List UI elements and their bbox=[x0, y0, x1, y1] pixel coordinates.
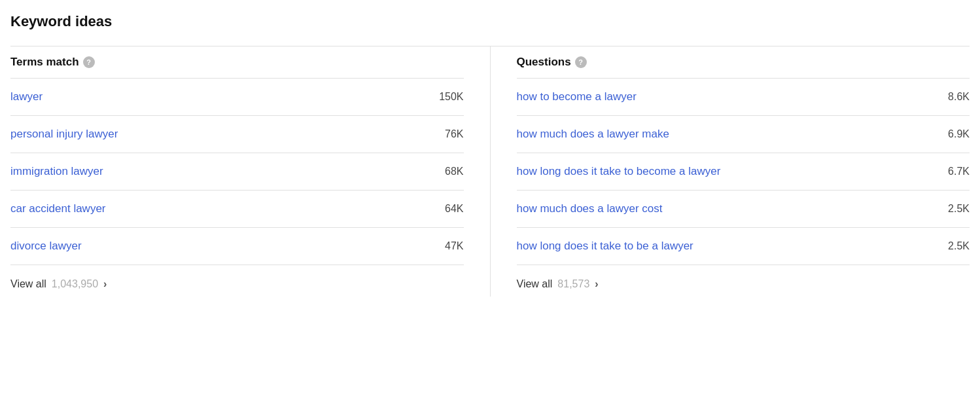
keyword-link[interactable]: how long does it take to be a lawyer bbox=[517, 240, 693, 253]
keyword-link[interactable]: car accident lawyer bbox=[10, 202, 106, 215]
keyword-volume: 64K bbox=[425, 203, 464, 215]
keyword-volume: 6.7K bbox=[930, 166, 970, 177]
terms-match-list: lawyer 150K personal injury lawyer 76K i… bbox=[10, 79, 464, 265]
questions-header: Questions ? bbox=[517, 46, 970, 79]
keyword-link[interactable]: divorce lawyer bbox=[10, 240, 82, 253]
questions-column: Questions ? how to become a lawyer 8.6K … bbox=[490, 46, 970, 297]
terms-match-view-all-label[interactable]: View all bbox=[10, 278, 46, 290]
terms-match-header: Terms match ? bbox=[10, 46, 464, 79]
keyword-link[interactable]: how much does a lawyer make bbox=[517, 128, 669, 141]
keyword-volume: 150K bbox=[425, 91, 464, 103]
keyword-volume: 2.5K bbox=[930, 203, 970, 215]
table-row: how much does a lawyer make 6.9K bbox=[517, 116, 970, 153]
table-row: immigration lawyer 68K bbox=[10, 153, 464, 191]
terms-match-column: Terms match ? lawyer 150K personal injur… bbox=[10, 46, 490, 297]
keyword-volume: 47K bbox=[425, 240, 464, 252]
keyword-volume: 8.6K bbox=[930, 91, 970, 103]
keyword-volume: 6.9K bbox=[930, 128, 970, 140]
keyword-volume: 68K bbox=[425, 166, 464, 177]
questions-view-all-label[interactable]: View all bbox=[517, 278, 553, 290]
keyword-link[interactable]: personal injury lawyer bbox=[10, 128, 118, 141]
columns-container: Terms match ? lawyer 150K personal injur… bbox=[10, 46, 970, 297]
table-row: how to become a lawyer 8.6K bbox=[517, 79, 970, 116]
terms-match-help-icon[interactable]: ? bbox=[83, 56, 95, 68]
questions-view-all-count: 81,573 bbox=[557, 278, 589, 290]
keyword-link[interactable]: how much does a lawyer cost bbox=[517, 202, 663, 215]
page-title: Keyword ideas bbox=[10, 13, 970, 30]
questions-title: Questions bbox=[517, 56, 571, 69]
table-row: divorce lawyer 47K bbox=[10, 228, 464, 265]
table-row: lawyer 150K bbox=[10, 79, 464, 116]
table-row: how much does a lawyer cost 2.5K bbox=[517, 191, 970, 228]
terms-match-chevron-icon[interactable]: › bbox=[103, 278, 107, 290]
keyword-link[interactable]: how to become a lawyer bbox=[517, 90, 637, 103]
questions-help-icon[interactable]: ? bbox=[575, 56, 587, 68]
table-row: personal injury lawyer 76K bbox=[10, 116, 464, 153]
table-row: how long does it take to be a lawyer 2.5… bbox=[517, 228, 970, 265]
keyword-volume: 2.5K bbox=[930, 240, 970, 252]
terms-match-view-all-row: View all 1,043,950 › bbox=[10, 265, 464, 297]
keyword-link[interactable]: how long does it take to become a lawyer bbox=[517, 165, 721, 178]
keyword-link[interactable]: lawyer bbox=[10, 90, 43, 103]
keyword-link[interactable]: immigration lawyer bbox=[10, 165, 103, 178]
terms-match-view-all-count: 1,043,950 bbox=[52, 278, 98, 290]
keyword-volume: 76K bbox=[425, 128, 464, 140]
table-row: how long does it take to become a lawyer… bbox=[517, 153, 970, 191]
questions-view-all-row: View all 81,573 › bbox=[517, 265, 970, 297]
questions-list: how to become a lawyer 8.6K how much doe… bbox=[517, 79, 970, 265]
terms-match-title: Terms match bbox=[10, 56, 79, 69]
questions-chevron-icon[interactable]: › bbox=[595, 278, 598, 290]
table-row: car accident lawyer 64K bbox=[10, 191, 464, 228]
